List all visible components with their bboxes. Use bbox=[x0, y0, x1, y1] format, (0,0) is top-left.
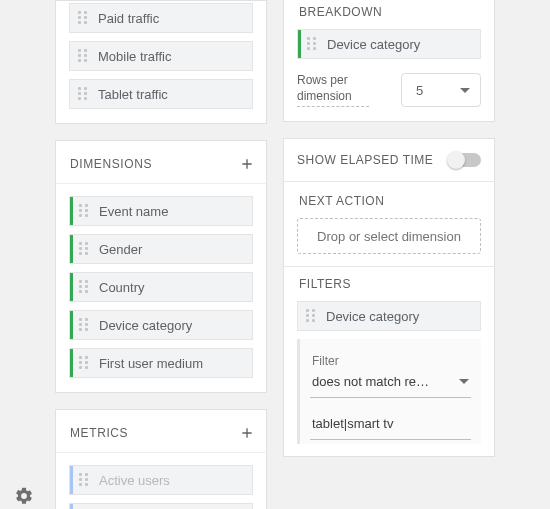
dimension-item-gender[interactable]: Gender bbox=[69, 234, 253, 264]
rows-per-dimension-value: 5 bbox=[416, 83, 423, 98]
dimension-accent bbox=[70, 349, 73, 377]
dimension-accent bbox=[298, 30, 301, 58]
drag-handle-icon bbox=[78, 87, 89, 101]
dimensions-header: DIMENSIONS bbox=[56, 141, 266, 184]
dimension-accent bbox=[70, 197, 73, 225]
dimension-label: Country bbox=[99, 280, 145, 295]
dimension-label: Device category bbox=[99, 318, 192, 333]
chevron-down-icon bbox=[460, 88, 470, 93]
rows-per-dimension-select[interactable]: 5 bbox=[401, 73, 481, 107]
metrics-title: METRICS bbox=[70, 426, 128, 440]
dimension-accent bbox=[70, 311, 73, 339]
dimension-accent bbox=[70, 235, 73, 263]
drag-handle-icon bbox=[306, 309, 317, 323]
filter-item-device-category[interactable]: Device category bbox=[297, 301, 481, 331]
show-elapsed-heading: SHOW ELAPSED TIME bbox=[297, 153, 433, 167]
filter-value-text: tablet|smart tv bbox=[312, 416, 393, 431]
chevron-down-icon bbox=[459, 379, 469, 384]
rows-per-dimension-label: Rows per dimension bbox=[297, 73, 369, 106]
dimension-label: First user medium bbox=[99, 356, 203, 371]
drag-handle-icon bbox=[307, 37, 318, 51]
filter-condition-select[interactable]: does not match re… bbox=[310, 370, 471, 398]
dimension-item-first-user-medium[interactable]: First user medium bbox=[69, 348, 253, 378]
filter-field-label: Filter bbox=[312, 354, 471, 368]
breakdown-item-device-category[interactable]: Device category bbox=[297, 29, 481, 59]
dimensions-title: DIMENSIONS bbox=[70, 157, 152, 171]
segment-item-tablet-traffic[interactable]: Tablet traffic bbox=[69, 79, 253, 109]
drag-handle-icon bbox=[78, 49, 89, 63]
dimension-item-country[interactable]: Country bbox=[69, 272, 253, 302]
breakdown-label: Device category bbox=[327, 37, 420, 52]
add-dimension-button[interactable] bbox=[238, 155, 256, 173]
drag-handle-icon bbox=[78, 11, 89, 25]
drag-handle-icon bbox=[79, 473, 90, 487]
drag-handle-icon bbox=[79, 356, 90, 370]
filter-item-label: Device category bbox=[326, 309, 419, 324]
add-metric-button[interactable] bbox=[238, 424, 256, 442]
dropzone-text: Drop or select dimension bbox=[317, 229, 461, 244]
drag-handle-icon bbox=[79, 242, 90, 256]
dimension-item-event-name[interactable]: Event name bbox=[69, 196, 253, 226]
drag-handle-icon bbox=[79, 204, 90, 218]
next-action-heading: NEXT ACTION bbox=[299, 194, 481, 208]
next-action-dropzone[interactable]: Drop or select dimension bbox=[297, 218, 481, 254]
show-elapsed-toggle[interactable] bbox=[449, 153, 481, 167]
breakdown-heading: BREAKDOWN bbox=[299, 5, 481, 19]
dimension-label: Event name bbox=[99, 204, 168, 219]
segment-label: Paid traffic bbox=[98, 11, 159, 26]
metric-item-active-users[interactable]: Active users bbox=[69, 465, 253, 495]
dimension-item-device-category[interactable]: Device category bbox=[69, 310, 253, 340]
filters-heading: FILTERS bbox=[299, 277, 494, 291]
segment-item-mobile-traffic[interactable]: Mobile traffic bbox=[69, 41, 253, 71]
segment-label: Tablet traffic bbox=[98, 87, 168, 102]
filter-editor: Filter does not match re… tablet|smart t… bbox=[297, 339, 481, 444]
metric-accent bbox=[70, 504, 73, 509]
metric-item-event-count[interactable]: Event count bbox=[69, 503, 253, 509]
metrics-header: METRICS bbox=[56, 410, 266, 453]
metric-accent bbox=[70, 466, 73, 494]
metric-label: Active users bbox=[99, 473, 170, 488]
dimension-accent bbox=[70, 273, 73, 301]
segment-item-paid-traffic[interactable]: Paid traffic bbox=[69, 3, 253, 33]
filter-condition-value: does not match re… bbox=[312, 374, 429, 389]
segment-label: Mobile traffic bbox=[98, 49, 171, 64]
settings-gear-icon[interactable] bbox=[14, 486, 34, 509]
filter-value-input[interactable]: tablet|smart tv bbox=[310, 410, 471, 440]
dimension-label: Gender bbox=[99, 242, 142, 257]
drag-handle-icon bbox=[79, 280, 90, 294]
drag-handle-icon bbox=[79, 318, 90, 332]
